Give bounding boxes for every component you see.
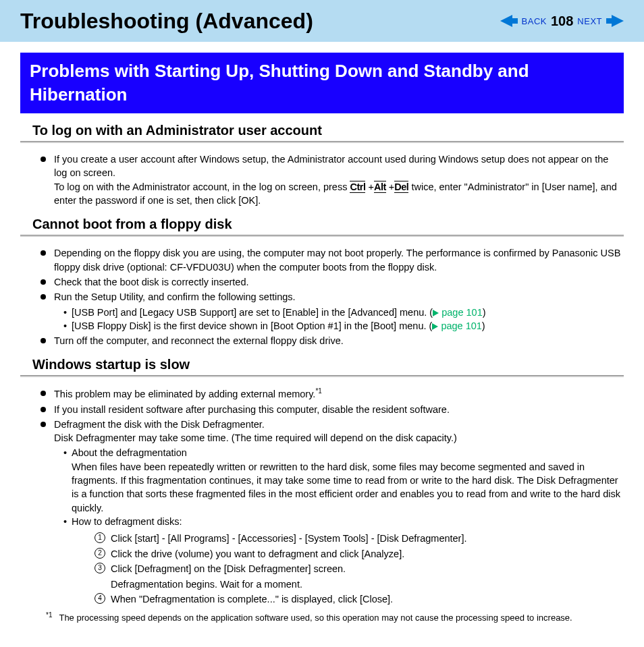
nav-group: BACK 108 NEXT [500,13,624,29]
text: To log on with the Administrator account… [54,181,350,192]
text: Click [Defragment] on the [Disk Defragme… [111,563,346,574]
section-banner: Problems with Starting Up, Shutting Down… [20,53,624,113]
page-link[interactable]: page 101 [441,307,482,318]
step-item: When "Defragmentation is complete..." is… [97,592,624,607]
text: Depending on the floppy disk you are usi… [54,248,620,272]
subheading-floppy: Cannot boot from a floppy disk [32,217,624,232]
list-item: [USB Floppy Disk] is the first device sh… [63,319,624,333]
list-item: Check that the boot disk is correctly in… [41,275,624,289]
footnote-mark: *1 [46,611,52,619]
subheading-slow: Windows startup is slow [32,357,624,372]
admin-list: If you create a user account after Windo… [20,152,624,207]
arrow-right-icon [432,323,438,330]
text: Check that the boot disk is correctly in… [54,277,249,287]
list-item: [USB Port] and [Legacy USB Support] are … [63,306,624,319]
text: Turn off the computer, and reconnect the… [54,335,344,346]
list-item: About the defragmentation When files hav… [63,446,624,514]
text: How to defragment disks: [72,516,182,527]
text: Click the drive (volume) you want to def… [111,548,404,559]
subheading-admin: To log on with an Administrator user acc… [32,123,624,138]
sub-list: [USB Port] and [Legacy USB Support] are … [54,306,624,333]
header-bar: Troubleshooting (Advanced) BACK 108 NEXT [0,0,644,42]
key-del: Del [394,181,408,193]
text: When files have been repeatedly written … [72,461,620,513]
arrow-right-icon [433,310,439,316]
list-item: Turn off the computer, and reconnect the… [41,334,624,347]
slow-list: This problem may be eliminated by adding… [20,387,624,607]
list-item: Depending on the floppy disk you are usi… [41,246,624,274]
text: Defragmentation begins. Wait for a momen… [111,579,302,590]
text: Click [start] - [All Programs] - [Access… [111,533,467,544]
list-item: This problem may be eliminated by adding… [41,387,624,401]
sub-list: About the defragmentation When files hav… [54,446,624,607]
floppy-list: Depending on the floppy disk you are usi… [20,246,624,347]
divider [20,375,624,377]
text: [USB Floppy Disk] is the first device sh… [72,320,432,331]
divider [20,235,624,237]
text: This problem may be eliminated by adding… [54,389,315,399]
step-item: Click [start] - [All Programs] - [Access… [97,531,624,546]
content-area: Problems with Starting Up, Shutting Down… [0,42,644,623]
text: Run the Setup Utility, and confirm the f… [54,291,296,302]
step-item: Click [Defragment] on the [Disk Defragme… [97,561,624,592]
text: [USB Port] and [Legacy USB Support] are … [72,307,433,318]
text: Defragment the disk with the Disk Defrag… [54,419,265,430]
list-item: Run the Setup Utility, and confirm the f… [41,290,624,333]
text: If you create a user account after Windo… [54,154,608,178]
list-item: If you install resident software after p… [41,403,624,416]
text: About the defragmentation [72,447,187,458]
key-alt: Alt [374,181,386,193]
list-item: If you create a user account after Windo… [41,152,624,207]
page-number: 108 [551,13,573,29]
text: If you install resident software after p… [54,404,450,415]
back-link[interactable]: BACK [522,16,547,26]
step-item: Click the drive (volume) you want to def… [97,546,624,561]
next-arrow-icon[interactable] [606,15,624,27]
next-link[interactable]: NEXT [577,16,602,26]
text: When "Defragmentation is complete..." is… [111,594,393,604]
footnote: *1The processing speed depends on the ap… [31,611,624,623]
divider [20,141,624,143]
footnote-ref: *1 [315,387,321,395]
back-arrow-icon[interactable] [500,15,518,27]
list-item: How to defragment disks: Click [start] -… [63,515,624,607]
page-title: Troubleshooting (Advanced) [20,9,313,34]
steps-list: Click [start] - [All Programs] - [Access… [72,531,624,607]
key-ctrl: Ctrl [350,181,365,193]
page-link[interactable]: page 101 [441,320,481,331]
footnote-text: The processing speed depends on the appl… [59,613,572,623]
text: Disk Defragmenter may take some time. (T… [54,432,457,443]
list-item: Defragment the disk with the Disk Defrag… [41,418,624,607]
